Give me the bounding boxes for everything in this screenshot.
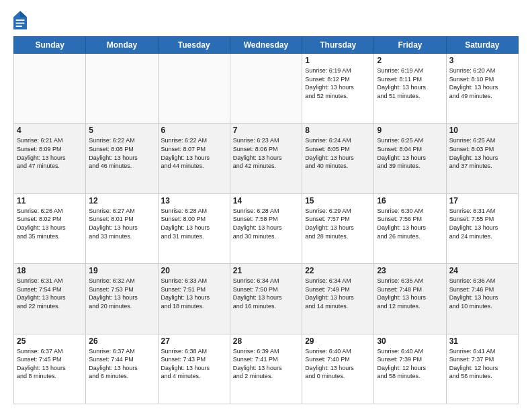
weekday-row: SundayMondayTuesdayWednesdayThursdayFrid… (14, 37, 519, 54)
calendar-week-row: 18Sunrise: 6:31 AM Sunset: 7:54 PM Dayli… (14, 264, 519, 334)
calendar-cell: 22Sunrise: 6:34 AM Sunset: 7:49 PM Dayli… (302, 264, 374, 334)
day-info: Sunrise: 6:37 AM Sunset: 7:44 PM Dayligh… (89, 347, 154, 381)
day-info: Sunrise: 6:25 AM Sunset: 8:04 PM Dayligh… (377, 136, 443, 170)
day-info: Sunrise: 6:29 AM Sunset: 7:57 PM Dayligh… (305, 207, 371, 240)
day-info: Sunrise: 6:37 AM Sunset: 7:45 PM Dayligh… (17, 347, 83, 381)
calendar-cell: 31Sunrise: 6:41 AM Sunset: 7:37 PM Dayli… (446, 334, 518, 404)
day-number: 9 (377, 126, 443, 135)
calendar-week-row: 11Sunrise: 6:26 AM Sunset: 8:02 PM Dayli… (14, 193, 519, 263)
day-number: 12 (89, 196, 154, 205)
calendar-cell: 20Sunrise: 6:33 AM Sunset: 7:51 PM Dayli… (158, 264, 230, 334)
calendar-cell (86, 54, 158, 124)
day-number: 18 (17, 266, 83, 275)
day-info: Sunrise: 6:23 AM Sunset: 8:06 PM Dayligh… (233, 136, 299, 170)
day-number: 4 (17, 126, 83, 135)
calendar-cell: 24Sunrise: 6:36 AM Sunset: 7:46 PM Dayli… (446, 264, 518, 334)
svg-marker-1 (20, 11, 27, 17)
day-info: Sunrise: 6:19 AM Sunset: 8:11 PM Dayligh… (377, 66, 443, 100)
day-info: Sunrise: 6:20 AM Sunset: 8:10 PM Dayligh… (449, 66, 515, 100)
svg-rect-4 (16, 26, 22, 27)
day-info: Sunrise: 6:40 AM Sunset: 7:39 PM Dayligh… (377, 347, 443, 381)
svg-rect-3 (16, 23, 25, 24)
day-number: 23 (377, 266, 443, 275)
calendar-cell (158, 54, 230, 124)
calendar-week-row: 25Sunrise: 6:37 AM Sunset: 7:45 PM Dayli… (14, 334, 519, 404)
day-number: 26 (89, 336, 154, 346)
day-info: Sunrise: 6:25 AM Sunset: 8:03 PM Dayligh… (449, 136, 515, 170)
day-number: 8 (305, 126, 371, 135)
weekday-header-saturday: Saturday (446, 37, 518, 54)
day-info: Sunrise: 6:24 AM Sunset: 8:05 PM Dayligh… (305, 136, 371, 170)
day-number: 5 (89, 126, 154, 135)
calendar-cell: 30Sunrise: 6:40 AM Sunset: 7:39 PM Dayli… (374, 334, 446, 404)
calendar-cell: 15Sunrise: 6:29 AM Sunset: 7:57 PM Dayli… (302, 193, 374, 263)
day-number: 22 (305, 266, 371, 275)
calendar-cell: 25Sunrise: 6:37 AM Sunset: 7:45 PM Dayli… (14, 334, 86, 404)
calendar-cell: 23Sunrise: 6:35 AM Sunset: 7:48 PM Dayli… (374, 264, 446, 334)
calendar-cell (14, 54, 86, 124)
day-info: Sunrise: 6:28 AM Sunset: 7:58 PM Dayligh… (233, 207, 299, 240)
header (13, 11, 519, 30)
calendar-table: SundayMondayTuesdayWednesdayThursdayFrid… (13, 36, 519, 404)
calendar-cell: 1Sunrise: 6:19 AM Sunset: 8:12 PM Daylig… (302, 54, 374, 124)
day-number: 27 (161, 336, 227, 346)
day-number: 20 (161, 266, 227, 275)
calendar-cell (230, 54, 302, 124)
day-info: Sunrise: 6:31 AM Sunset: 7:55 PM Dayligh… (449, 207, 515, 240)
calendar-cell: 3Sunrise: 6:20 AM Sunset: 8:10 PM Daylig… (446, 54, 518, 124)
day-info: Sunrise: 6:22 AM Sunset: 8:08 PM Dayligh… (89, 136, 154, 170)
weekday-header-sunday: Sunday (14, 37, 86, 54)
day-info: Sunrise: 6:40 AM Sunset: 7:40 PM Dayligh… (305, 347, 371, 381)
calendar-cell: 16Sunrise: 6:30 AM Sunset: 7:56 PM Dayli… (374, 193, 446, 263)
day-number: 14 (233, 196, 299, 205)
weekday-header-monday: Monday (86, 37, 158, 54)
day-info: Sunrise: 6:19 AM Sunset: 8:12 PM Dayligh… (305, 66, 371, 100)
day-number: 16 (377, 196, 443, 205)
day-info: Sunrise: 6:34 AM Sunset: 7:49 PM Dayligh… (305, 277, 371, 310)
calendar-week-row: 4Sunrise: 6:21 AM Sunset: 8:09 PM Daylig… (14, 124, 519, 193)
calendar-cell: 7Sunrise: 6:23 AM Sunset: 8:06 PM Daylig… (230, 124, 302, 193)
calendar-cell: 10Sunrise: 6:25 AM Sunset: 8:03 PM Dayli… (446, 124, 518, 193)
day-number: 19 (89, 266, 154, 275)
day-info: Sunrise: 6:32 AM Sunset: 7:53 PM Dayligh… (89, 277, 154, 310)
weekday-header-friday: Friday (374, 37, 446, 54)
day-number: 28 (233, 336, 299, 346)
weekday-header-thursday: Thursday (302, 37, 374, 54)
day-info: Sunrise: 6:28 AM Sunset: 8:00 PM Dayligh… (161, 207, 227, 240)
day-info: Sunrise: 6:39 AM Sunset: 7:41 PM Dayligh… (233, 347, 299, 381)
day-info: Sunrise: 6:22 AM Sunset: 8:07 PM Dayligh… (161, 136, 227, 170)
calendar-cell: 29Sunrise: 6:40 AM Sunset: 7:40 PM Dayli… (302, 334, 374, 404)
day-number: 2 (377, 56, 443, 65)
day-number: 3 (449, 56, 515, 65)
day-info: Sunrise: 6:33 AM Sunset: 7:51 PM Dayligh… (161, 277, 227, 310)
logo-icon (13, 11, 27, 30)
calendar-cell: 9Sunrise: 6:25 AM Sunset: 8:04 PM Daylig… (374, 124, 446, 193)
calendar-header: SundayMondayTuesdayWednesdayThursdayFrid… (14, 37, 519, 54)
weekday-header-tuesday: Tuesday (158, 37, 230, 54)
day-number: 1 (305, 56, 371, 65)
calendar-cell: 27Sunrise: 6:38 AM Sunset: 7:43 PM Dayli… (158, 334, 230, 404)
day-info: Sunrise: 6:36 AM Sunset: 7:46 PM Dayligh… (449, 277, 515, 310)
calendar-cell: 8Sunrise: 6:24 AM Sunset: 8:05 PM Daylig… (302, 124, 374, 193)
day-info: Sunrise: 6:41 AM Sunset: 7:37 PM Dayligh… (449, 347, 515, 381)
day-info: Sunrise: 6:26 AM Sunset: 8:02 PM Dayligh… (17, 207, 83, 240)
day-number: 29 (305, 336, 371, 346)
page: SundayMondayTuesdayWednesdayThursdayFrid… (0, 0, 532, 411)
day-number: 7 (233, 126, 299, 135)
calendar-cell: 21Sunrise: 6:34 AM Sunset: 7:50 PM Dayli… (230, 264, 302, 334)
day-info: Sunrise: 6:27 AM Sunset: 8:01 PM Dayligh… (89, 207, 154, 240)
day-info: Sunrise: 6:21 AM Sunset: 8:09 PM Dayligh… (17, 136, 83, 170)
calendar-cell: 11Sunrise: 6:26 AM Sunset: 8:02 PM Dayli… (14, 193, 86, 263)
calendar-cell: 4Sunrise: 6:21 AM Sunset: 8:09 PM Daylig… (14, 124, 86, 193)
day-number: 17 (449, 196, 515, 205)
calendar-cell: 6Sunrise: 6:22 AM Sunset: 8:07 PM Daylig… (158, 124, 230, 193)
calendar-week-row: 1Sunrise: 6:19 AM Sunset: 8:12 PM Daylig… (14, 54, 519, 124)
calendar-cell: 17Sunrise: 6:31 AM Sunset: 7:55 PM Dayli… (446, 193, 518, 263)
calendar-cell: 2Sunrise: 6:19 AM Sunset: 8:11 PM Daylig… (374, 54, 446, 124)
day-info: Sunrise: 6:34 AM Sunset: 7:50 PM Dayligh… (233, 277, 299, 310)
calendar-cell: 26Sunrise: 6:37 AM Sunset: 7:44 PM Dayli… (86, 334, 158, 404)
day-number: 11 (17, 196, 83, 205)
day-number: 13 (161, 196, 227, 205)
logo (13, 11, 28, 30)
calendar-cell: 12Sunrise: 6:27 AM Sunset: 8:01 PM Dayli… (86, 193, 158, 263)
